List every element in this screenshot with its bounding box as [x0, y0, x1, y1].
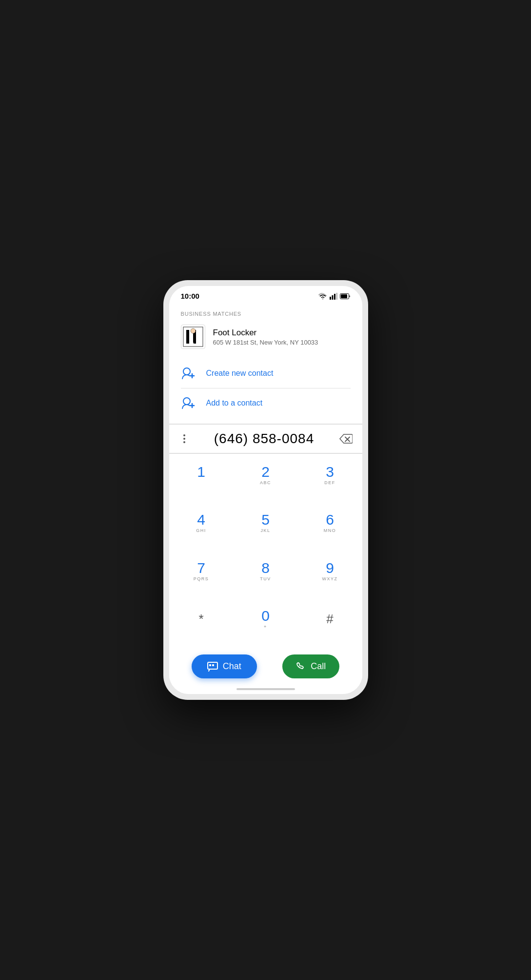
key-0-wrapper: 0 +: [234, 600, 298, 648]
svg-rect-5: [341, 294, 347, 298]
svg-rect-17: [209, 664, 211, 666]
key-2[interactable]: 2 ABC: [249, 458, 283, 492]
business-name: Foot Locker: [213, 328, 318, 338]
key-9[interactable]: 9 WXYZ: [313, 554, 347, 588]
key-3-wrapper: 3 DEF: [298, 456, 362, 504]
key-5-wrapper: 5 JKL: [234, 504, 298, 551]
key-6[interactable]: 6 MNO: [313, 506, 347, 540]
key-5-number: 5: [261, 512, 270, 527]
key-8-wrapper: 8 TUV: [234, 552, 298, 600]
svg-rect-8: [186, 330, 189, 344]
dot2: [183, 438, 185, 440]
key-1-letters: ⌟: [200, 480, 203, 485]
add-to-contact-item[interactable]: Add to a contact: [181, 388, 351, 418]
wifi-icon: [318, 293, 327, 300]
key-4-letters: GHI: [196, 528, 206, 533]
key-hash[interactable]: #: [313, 602, 347, 636]
key-6-wrapper: 6 MNO: [298, 504, 362, 551]
dialer-number: (646) 858-0084: [196, 431, 333, 447]
svg-rect-0: [330, 297, 331, 300]
signal-icon: [330, 293, 337, 300]
create-contact-label: Create new contact: [206, 369, 274, 378]
business-card: FL Foot Locker 605 W 181st St, New York,…: [181, 325, 351, 349]
chat-button[interactable]: Chat: [192, 654, 257, 678]
key-0[interactable]: 0 +: [249, 602, 283, 636]
key-3[interactable]: 3 DEF: [313, 458, 347, 492]
battery-icon: [340, 293, 351, 299]
create-new-contact-item[interactable]: Create new contact: [181, 359, 351, 388]
key-2-number: 2: [261, 465, 270, 479]
add-contact-label: Add to a contact: [206, 399, 263, 408]
key-1-number: 1: [197, 465, 205, 479]
svg-rect-3: [336, 293, 337, 300]
key-7-wrapper: 7 PQRS: [169, 552, 234, 600]
key-0-plus: +: [264, 624, 267, 629]
call-button-label: Call: [311, 661, 326, 672]
key-7-number: 7: [197, 561, 205, 575]
key-9-letters: WXYZ: [322, 576, 338, 581]
key-3-letters: DEF: [324, 480, 335, 485]
call-icon: [296, 662, 306, 672]
key-5-letters: JKL: [260, 528, 270, 533]
call-button[interactable]: Call: [282, 654, 339, 678]
svg-rect-2: [334, 294, 335, 300]
chat-button-label: Chat: [223, 661, 241, 672]
key-4-number: 4: [197, 512, 205, 527]
key-7[interactable]: 7 PQRS: [184, 554, 218, 588]
svg-rect-1: [332, 295, 333, 300]
svg-point-12: [191, 328, 196, 333]
key-3-number: 3: [326, 465, 334, 479]
status-bar: 10:00: [169, 286, 362, 303]
dialer-section: (646) 858-0084 1 ⌟: [169, 425, 362, 694]
key-hash-symbol: #: [326, 612, 333, 625]
key-star[interactable]: *: [184, 602, 218, 636]
business-section: BUSINESS MATCHES FL: [169, 303, 362, 424]
svg-point-15: [183, 398, 190, 405]
dialer-input-row: (646) 858-0084: [169, 425, 362, 453]
keypad: 1 ⌟ 2 ABC 3 DEF: [169, 454, 362, 650]
key-hash-wrapper: #: [298, 600, 362, 648]
dot3: [183, 441, 185, 443]
key-star-wrapper: *: [169, 600, 234, 648]
key-7-letters: PQRS: [194, 576, 209, 581]
business-info: Foot Locker 605 W 181st St, New York, NY…: [213, 328, 318, 346]
key-9-number: 9: [326, 561, 334, 575]
key-8-letters: TUV: [260, 576, 271, 581]
key-8[interactable]: 8 TUV: [249, 554, 283, 588]
key-6-number: 6: [326, 512, 334, 527]
key-1-wrapper: 1 ⌟: [169, 456, 234, 504]
key-9-wrapper: 9 WXYZ: [298, 552, 362, 600]
key-6-letters: MNO: [324, 528, 336, 533]
status-time: 10:00: [181, 292, 199, 300]
dialer-menu-icon[interactable]: [177, 430, 192, 447]
backspace-button[interactable]: [337, 432, 354, 446]
create-contact-icon: [181, 366, 197, 381]
foot-locker-logo: FL: [182, 326, 204, 347]
key-5[interactable]: 5 JKL: [249, 506, 283, 540]
chat-icon: [207, 662, 218, 672]
key-0-number: 0: [261, 609, 270, 623]
svg-point-14: [183, 368, 190, 375]
section-label: BUSINESS MATCHES: [181, 311, 351, 317]
dot1: [183, 434, 185, 436]
key-4-wrapper: 4 GHI: [169, 504, 234, 551]
key-2-wrapper: 2 ABC: [234, 456, 298, 504]
home-indicator: [236, 688, 295, 690]
bottom-bar: Chat Call: [169, 650, 362, 686]
svg-text:FL: FL: [191, 342, 195, 345]
key-8-number: 8: [261, 561, 270, 575]
status-icons: [318, 293, 351, 300]
business-logo: FL: [181, 325, 205, 349]
svg-rect-11: [196, 330, 199, 344]
business-address: 605 W 181st St, New York, NY 10033: [213, 339, 318, 346]
phone-frame: 10:00: [163, 280, 368, 700]
svg-rect-18: [212, 664, 214, 666]
key-star-symbol: *: [198, 612, 203, 625]
phone-screen: 10:00: [169, 286, 362, 694]
key-4[interactable]: 4 GHI: [184, 506, 218, 540]
key-1[interactable]: 1 ⌟: [184, 458, 218, 492]
add-contact-icon: [181, 395, 197, 411]
key-2-letters: ABC: [260, 480, 271, 485]
